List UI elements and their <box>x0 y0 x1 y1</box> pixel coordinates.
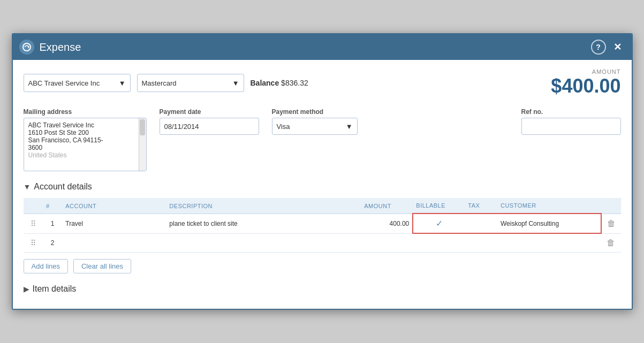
payment-dropdown[interactable]: Mastercard ▼ <box>137 74 244 92</box>
add-lines-button[interactable]: Add lines <box>24 259 68 273</box>
row2-billable[interactable] <box>413 233 465 252</box>
col-header-num: # <box>43 198 62 214</box>
payment-method-label: Payment method <box>272 108 358 116</box>
row1-num: 1 <box>43 214 62 233</box>
ref-no-input[interactable] <box>521 118 621 135</box>
expense-window: Expense ? ✕ ABC Travel Service Inc ▼ Mas… <box>12 33 633 310</box>
payment-date-label: Payment date <box>160 108 259 116</box>
title-bar: Expense ? ✕ <box>13 34 632 60</box>
item-details-header[interactable]: ▶ Item details <box>24 284 621 294</box>
item-details-title: Item details <box>33 284 77 294</box>
expense-icon <box>19 40 34 55</box>
address-scrollbar[interactable] <box>139 118 146 171</box>
close-button[interactable]: ✕ <box>610 40 625 55</box>
payment-date-group: Payment date <box>160 108 259 135</box>
balance-value: $836.32 <box>281 79 308 87</box>
row2-num: 2 <box>43 233 62 252</box>
delete-icon: 🗑 <box>607 219 616 228</box>
payment-value: Mastercard <box>142 79 177 87</box>
account-table: # ACCOUNT DESCRIPTION AMOUNT BILLABLE TA… <box>24 198 621 253</box>
delete-icon: 🗑 <box>607 238 615 247</box>
payment-method-group: Payment method Visa ▼ <box>272 108 358 135</box>
mailing-address-box[interactable]: ABC Travel Service Inc 1610 Post St Ste … <box>24 118 147 171</box>
table-row: ⠿ 1 Travel plane ticket to client site 4… <box>24 214 621 233</box>
payment-method-select[interactable]: Visa ▼ <box>272 118 358 135</box>
col-header-description: DESCRIPTION <box>166 198 361 214</box>
mailing-address-text: ABC Travel Service Inc 1610 Post St Ste … <box>28 121 142 167</box>
balance-label: Balance <box>251 79 279 87</box>
row1-account[interactable]: Travel <box>62 214 166 233</box>
table-actions: Add lines Clear all lines <box>24 259 621 273</box>
col-header-amount: AMOUNT <box>361 198 413 214</box>
amount-section: AMOUNT $400.00 <box>551 68 620 97</box>
col-header-account: ACCOUNT <box>62 198 166 214</box>
title-bar-actions: ? ✕ <box>591 40 625 55</box>
row1-billable[interactable]: ✓ <box>413 214 465 233</box>
row2-drag-handle[interactable]: ⠿ <box>24 233 43 252</box>
scroll-thumb <box>140 119 145 135</box>
top-row: ABC Travel Service Inc ▼ Mastercard ▼ Ba… <box>24 68 621 97</box>
row1-amount[interactable]: 400.00 <box>361 214 413 233</box>
vendor-value: ABC Travel Service Inc <box>28 79 100 87</box>
window-title: Expense <box>40 41 81 54</box>
payment-arrow-icon: ▼ <box>232 79 239 87</box>
balance-display: Balance $836.32 <box>251 79 308 87</box>
row1-drag-handle[interactable]: ⠿ <box>24 214 43 233</box>
col-header-billable: BILLABLE <box>413 198 465 214</box>
billable-check-icon: ✓ <box>436 219 443 228</box>
col-header-customer: CUSTOMER <box>497 198 601 214</box>
row2-amount[interactable] <box>361 233 413 252</box>
vendor-arrow-icon: ▼ <box>119 79 126 87</box>
mailing-address-group: Mailing address ABC Travel Service Inc 1… <box>24 108 147 171</box>
table-row: ⠿ 2 🗑 <box>24 233 621 252</box>
row2-tax[interactable] <box>465 233 497 252</box>
row1-delete[interactable]: 🗑 <box>601 214 620 233</box>
drag-icon: ⠿ <box>31 219 36 228</box>
amount-value: $400.00 <box>551 75 620 97</box>
clear-all-lines-button[interactable]: Clear all lines <box>73 259 131 273</box>
ref-no-group: Ref no. <box>521 108 621 135</box>
mailing-address-label: Mailing address <box>24 108 147 116</box>
ref-no-label: Ref no. <box>521 108 621 116</box>
item-details-collapse-icon: ▶ <box>24 285 29 293</box>
row1-customer[interactable]: Weiskopf Consulting <box>497 214 601 233</box>
row1-tax[interactable] <box>465 214 497 233</box>
row2-description[interactable] <box>166 233 361 252</box>
table-header-row: # ACCOUNT DESCRIPTION AMOUNT BILLABLE TA… <box>24 198 621 214</box>
payment-method-value: Visa <box>277 123 290 131</box>
payment-method-arrow-icon: ▼ <box>346 123 353 131</box>
main-content: ABC Travel Service Inc ▼ Mastercard ▼ Ba… <box>13 60 632 309</box>
account-details-title: Account details <box>34 182 92 192</box>
account-details-header[interactable]: ▼ Account details <box>24 182 621 192</box>
row2-delete[interactable]: 🗑 <box>601 233 620 252</box>
title-bar-left: Expense <box>19 40 81 55</box>
col-header-tax: TAX <box>465 198 497 214</box>
row1-description[interactable]: plane ticket to client site <box>166 214 361 233</box>
drag-icon: ⠿ <box>31 239 36 247</box>
col-header-drag <box>24 198 43 214</box>
row2-customer[interactable] <box>497 233 601 252</box>
form-row: Mailing address ABC Travel Service Inc 1… <box>24 108 621 171</box>
col-header-delete <box>601 198 620 214</box>
row2-account[interactable] <box>62 233 166 252</box>
help-button[interactable]: ? <box>591 40 606 55</box>
amount-label: AMOUNT <box>551 68 620 75</box>
payment-date-input[interactable] <box>160 118 259 135</box>
account-details-collapse-icon: ▼ <box>24 182 31 191</box>
vendor-dropdown[interactable]: ABC Travel Service Inc ▼ <box>24 74 131 92</box>
